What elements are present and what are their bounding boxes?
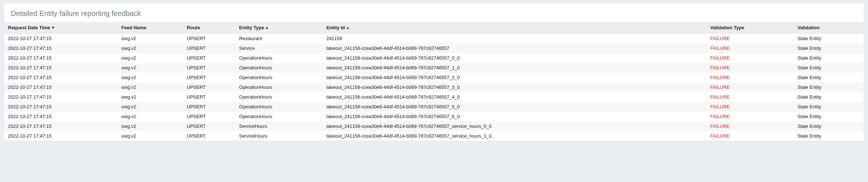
cell-request-dt: 2022-10-27 17:47:15: [4, 82, 118, 92]
cell-entity-id: takeout_241158-ccea30e6-44df-4514-b069-7…: [323, 82, 707, 92]
table-row[interactable]: 2022-10-27 17:47:15owg.v2UPSERTOperation…: [4, 82, 864, 92]
sort-desc-icon: [52, 27, 55, 29]
cell-entity-type: OperationHours: [235, 53, 323, 63]
col-header-label: Request Date Time: [8, 25, 50, 30]
table-body: 2022-10-27 17:47:15owg.v2UPSERTRestauran…: [4, 34, 864, 141]
cell-route: UPSERT: [183, 82, 235, 92]
col-header-entity-id[interactable]: Entity Id: [323, 22, 707, 34]
sort-asc-icon: [346, 27, 349, 29]
cell-entity-type: ServiceHours: [235, 121, 323, 131]
col-header-route[interactable]: Route: [183, 22, 235, 34]
table-row[interactable]: 2022-10-27 17:47:15owg.v2UPSERTOperation…: [4, 112, 864, 121]
cell-route: UPSERT: [183, 34, 235, 44]
table-row[interactable]: 2022-10-27 17:47:15owg.v2UPSERTServiceHo…: [4, 121, 864, 131]
cell-entity-type: ServiceHours: [235, 131, 323, 141]
cell-validation-type: FAILURE: [707, 92, 794, 102]
cell-feed-name: owg.v2: [118, 102, 183, 112]
cell-entity-type: OperationHours: [235, 92, 323, 102]
table-row[interactable]: 2022-10-27 17:47:15owg.v2UPSERTOperation…: [4, 73, 864, 82]
cell-request-dt: 2022-10-27 17:47:15: [4, 121, 118, 131]
cell-route: UPSERT: [183, 131, 235, 141]
cell-entity-type: OperationHours: [235, 112, 323, 121]
report-card: Detailed Entity failure reporting feedba…: [4, 4, 864, 141]
table-row[interactable]: 2022-10-27 17:47:15owg.v2UPSERTOperation…: [4, 92, 864, 102]
table-header-row: Request Date Time Feed Name Route Entity…: [4, 22, 864, 34]
col-header-request-dt[interactable]: Request Date Time: [4, 22, 118, 34]
cell-entity-id: takeout_241158-ccea30e6-44df-4514-b069-7…: [323, 131, 707, 141]
cell-request-dt: 2022-10-27 17:47:15: [4, 53, 118, 63]
table-row[interactable]: 2022-10-27 17:47:15owg.v2UPSERTOperation…: [4, 53, 864, 63]
cell-route: UPSERT: [183, 53, 235, 63]
cell-feed-name: owg.v2: [118, 131, 183, 141]
cell-validation: Stale Entity: [794, 112, 864, 121]
cell-route: UPSERT: [183, 63, 235, 73]
cell-validation: Stale Entity: [794, 131, 864, 141]
table-row[interactable]: 2022-10-27 17:47:15owg.v2UPSERTServiceHo…: [4, 131, 864, 141]
cell-entity-id: takeout_241158-ccea30e6-44df-4514-b069-7…: [323, 121, 707, 131]
cell-entity-id: takeout_241158-ccea30e6-44df-4514-b069-7…: [323, 53, 707, 63]
cell-request-dt: 2022-10-27 17:47:15: [4, 92, 118, 102]
cell-entity-id: takeout_241158-ccea30e6-44df-4514-b069-7…: [323, 63, 707, 73]
col-header-validation-type[interactable]: Validation Type: [707, 22, 794, 34]
cell-feed-name: owg.v2: [118, 34, 183, 44]
table-row[interactable]: 2022-10-27 17:47:15owg.v2UPSERTOperation…: [4, 102, 864, 112]
cell-validation: Stale Entity: [794, 43, 864, 53]
col-header-validation[interactable]: Validation: [794, 22, 864, 34]
cell-feed-name: owg.v2: [118, 82, 183, 92]
cell-validation-type: FAILURE: [707, 131, 794, 141]
cell-entity-type: Service: [235, 43, 323, 53]
col-header-label: Route: [187, 25, 200, 30]
cell-entity-type: OperationHours: [235, 82, 323, 92]
cell-validation-type: FAILURE: [707, 112, 794, 121]
col-header-label: Entity Id: [326, 25, 345, 30]
cell-request-dt: 2022-10-27 17:47:15: [4, 63, 118, 73]
cell-route: UPSERT: [183, 73, 235, 82]
cell-entity-id: takeout_241158-ccea30e6-44df-4514-b069-7…: [323, 102, 707, 112]
cell-validation: Stale Entity: [794, 102, 864, 112]
cell-entity-type: OperationHours: [235, 73, 323, 82]
cell-route: UPSERT: [183, 43, 235, 53]
cell-feed-name: owg.v2: [118, 53, 183, 63]
table-row[interactable]: 2022-10-27 17:47:15owg.v2UPSERTOperation…: [4, 63, 864, 73]
cell-entity-id: takeout_241158-ccea30e6-44df-4514-b069-7…: [323, 73, 707, 82]
cell-route: UPSERT: [183, 121, 235, 131]
col-header-entity-type[interactable]: Entity Type: [235, 22, 323, 34]
cell-request-dt: 2022-10-27 17:47:15: [4, 34, 118, 44]
cell-request-dt: 2022-10-27 17:47:15: [4, 131, 118, 141]
cell-route: UPSERT: [183, 92, 235, 102]
cell-validation-type: FAILURE: [707, 43, 794, 53]
cell-validation-type: FAILURE: [707, 53, 794, 63]
cell-validation: Stale Entity: [794, 63, 864, 73]
cell-validation: Stale Entity: [794, 82, 864, 92]
cell-request-dt: 2022-10-27 17:47:15: [4, 43, 118, 53]
cell-validation: Stale Entity: [794, 34, 864, 44]
col-header-label: Validation Type: [710, 25, 744, 30]
cell-request-dt: 2022-10-27 17:47:15: [4, 112, 118, 121]
col-header-feed-name[interactable]: Feed Name: [118, 22, 183, 34]
cell-request-dt: 2022-10-27 17:47:15: [4, 73, 118, 82]
cell-feed-name: owg.v2: [118, 121, 183, 131]
cell-entity-id: 241158: [323, 34, 707, 44]
cell-request-dt: 2022-10-27 17:47:15: [4, 102, 118, 112]
cell-validation-type: FAILURE: [707, 102, 794, 112]
cell-validation-type: FAILURE: [707, 63, 794, 73]
col-header-label: Entity Type: [239, 25, 264, 30]
col-header-label: Validation: [798, 25, 820, 30]
table-row[interactable]: 2022-10-27 17:47:15owg.v2UPSERTServiceta…: [4, 43, 864, 53]
cell-entity-type: OperationHours: [235, 63, 323, 73]
table-row[interactable]: 2022-10-27 17:47:15owg.v2UPSERTRestauran…: [4, 34, 864, 44]
cell-validation-type: FAILURE: [707, 121, 794, 131]
sort-asc-icon: [265, 27, 268, 29]
cell-feed-name: owg.v2: [118, 73, 183, 82]
cell-validation: Stale Entity: [794, 53, 864, 63]
cell-entity-type: OperationHours: [235, 102, 323, 112]
cell-validation-type: FAILURE: [707, 82, 794, 92]
cell-validation: Stale Entity: [794, 73, 864, 82]
cell-feed-name: owg.v2: [118, 92, 183, 102]
cell-feed-name: owg.v2: [118, 63, 183, 73]
cell-validation-type: FAILURE: [707, 73, 794, 82]
cell-validation-type: FAILURE: [707, 34, 794, 44]
col-header-label: Feed Name: [121, 25, 146, 30]
cell-entity-id: takeout_241158-ccea30e6-44df-4514-b069-7…: [323, 43, 707, 53]
entity-failure-table: Request Date Time Feed Name Route Entity…: [4, 22, 864, 141]
